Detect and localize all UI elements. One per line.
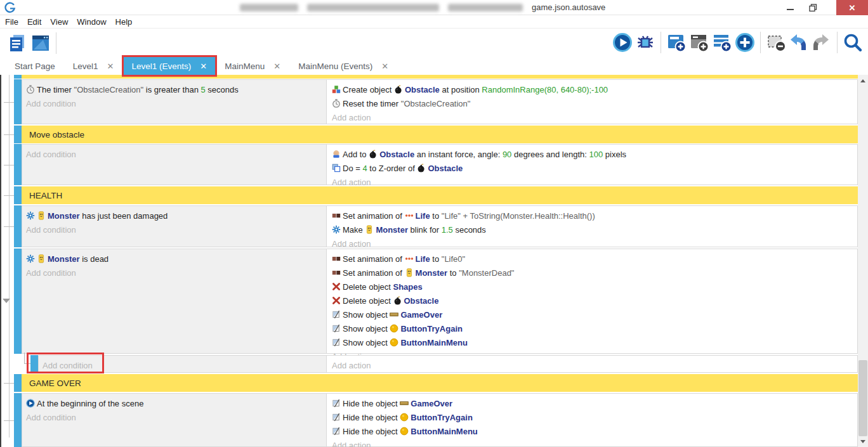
gdevelop-logo <box>4 2 16 13</box>
text-segment: Show object <box>343 338 390 347</box>
action-line[interactable]: Hide the object GameOver <box>332 396 853 410</box>
tab-mainmenu[interactable]: MainMenu✕ <box>216 57 289 75</box>
add-circle-icon[interactable] <box>735 32 755 53</box>
object-name: Monster <box>48 254 80 264</box>
minimize-button[interactable] <box>779 0 801 15</box>
object-name: Monster <box>416 268 448 278</box>
action-line[interactable]: Show object GameOver <box>332 308 853 321</box>
action-line[interactable]: Create object Obstacle at position Rando… <box>332 82 853 96</box>
visibility-icon <box>332 413 341 422</box>
toolbar-separator <box>661 32 661 53</box>
tab-level1-events[interactable]: Level1 (Events)✕ <box>124 57 216 75</box>
action-line[interactable]: Show object ButtonMainMenu <box>332 335 853 349</box>
menu-edit[interactable]: Edit <box>27 17 48 27</box>
comment-row[interactable]: HEALTH <box>22 186 858 204</box>
tab-mainmenu-events[interactable]: MainMenu (Events)✕ <box>290 57 397 75</box>
add-condition-button[interactable]: Add condition <box>26 223 322 236</box>
add-comment-icon[interactable] <box>712 32 732 53</box>
add-condition-button[interactable]: Add condition <box>26 147 322 161</box>
event-handle[interactable] <box>14 205 22 247</box>
action-line[interactable]: Set animation of Life to "Life" + ToStri… <box>332 209 853 223</box>
text-segment: Set animation of <box>343 268 405 278</box>
condition-line[interactable]: At the beginning of the scene <box>26 396 322 410</box>
event-handle[interactable] <box>14 393 22 447</box>
add-action-button[interactable]: Add action <box>332 110 853 124</box>
toolbar-right-group <box>611 32 864 53</box>
event-handle[interactable] <box>14 75 22 79</box>
add-subevent-icon[interactable] <box>689 32 709 53</box>
menu-window[interactable]: Window <box>77 17 113 27</box>
add-action-label: Add action <box>332 113 371 122</box>
gear-icon <box>26 211 35 220</box>
object-name: ButtonTryAgain <box>400 324 463 334</box>
event-handle[interactable] <box>30 355 38 373</box>
comment-row[interactable]: GAME OVER <box>22 374 858 392</box>
title-bar: game.json.autosave ✕ <box>0 0 868 15</box>
tab-label: Start Page <box>15 62 55 71</box>
play-icon[interactable] <box>612 32 633 53</box>
action-line[interactable]: Reset the timer "ObstacleCreation" <box>332 96 853 110</box>
event-handle[interactable] <box>14 186 22 204</box>
delete-icon <box>332 296 341 305</box>
tab-close-icon[interactable]: ✕ <box>381 62 388 71</box>
condition-line[interactable]: Monster has just been damaged <box>26 209 322 223</box>
scrollbar-up-icon[interactable] <box>858 75 868 86</box>
action-line[interactable]: Show object ButtonTryAgain <box>332 321 853 335</box>
action-line[interactable]: Set animation of Monster to "MonsterDead… <box>332 266 853 280</box>
add-condition-button[interactable]: Add condition <box>43 358 322 372</box>
condition-line[interactable]: The timer "ObstacleCreation" is greater … <box>26 82 322 96</box>
condition-line[interactable]: Monster is dead <box>26 252 322 266</box>
text-segment: 1.5 <box>442 225 453 235</box>
anim-icon <box>332 211 341 220</box>
scrollbar-down-icon[interactable] <box>858 436 868 446</box>
menu-view[interactable]: View <box>50 17 75 27</box>
gameover-icon <box>400 399 409 408</box>
remove-event-icon[interactable] <box>766 32 786 53</box>
undo-icon[interactable] <box>789 32 809 53</box>
object-name: Obstacle <box>379 150 414 159</box>
event-row: The timer "ObstacleCreation" is greater … <box>22 79 858 124</box>
redo-icon[interactable] <box>812 32 832 53</box>
scrollbar-thumb[interactable] <box>858 360 867 436</box>
action-line[interactable]: Add to Obstacle an instant force, angle:… <box>332 147 853 161</box>
add-condition-button[interactable]: Add condition <box>26 96 322 110</box>
action-line[interactable]: Delete object Obstacle <box>332 294 853 308</box>
action-line[interactable]: Do = 4 to Z-order of Obstacle <box>332 161 853 175</box>
scene-editor-icon[interactable] <box>30 33 51 53</box>
visibility-icon <box>332 399 341 408</box>
close-button[interactable]: ✕ <box>836 0 868 15</box>
tab-close-icon[interactable]: ✕ <box>107 62 114 71</box>
menu-help[interactable]: Help <box>115 17 140 27</box>
text-segment: 100 <box>589 150 603 159</box>
search-icon[interactable] <box>843 32 863 53</box>
comment-row[interactable] <box>22 75 858 79</box>
tree-tick <box>4 195 14 196</box>
add-action-button[interactable]: Add action <box>332 358 853 372</box>
event-handle[interactable] <box>14 374 22 392</box>
action-line[interactable]: Hide the object ButtonTryAgain <box>332 410 853 424</box>
tab-close-icon[interactable]: ✕ <box>273 62 280 71</box>
vertical-scrollbar[interactable] <box>858 75 868 447</box>
add-condition-label: Add condition <box>26 99 76 108</box>
debug-icon[interactable] <box>635 32 655 53</box>
event-handle[interactable] <box>14 126 22 143</box>
action-line[interactable]: Make Monster blink for 1.5 seconds <box>332 223 853 236</box>
fold-arrow-icon[interactable] <box>3 299 10 303</box>
add-condition-button[interactable]: Add condition <box>26 410 322 424</box>
restore-button[interactable] <box>801 0 825 15</box>
tab-start-page[interactable]: Start Page <box>6 57 63 75</box>
event-handle[interactable] <box>14 249 22 354</box>
tab-close-icon[interactable]: ✕ <box>200 62 207 71</box>
action-line[interactable]: Hide the object ButtonMainMenu <box>332 424 853 438</box>
tab-level1[interactable]: Level1✕ <box>65 57 122 75</box>
action-line[interactable]: Set animation of Life to "Life0" <box>332 252 853 266</box>
add-action-button[interactable]: Add action <box>332 438 853 447</box>
menu-file[interactable]: File <box>5 17 25 27</box>
event-handle[interactable] <box>14 144 22 185</box>
project-manager-icon[interactable] <box>8 33 28 53</box>
add-event-icon[interactable] <box>666 32 687 53</box>
action-line[interactable]: Delete object Shapes <box>332 280 853 294</box>
event-handle[interactable] <box>14 79 22 124</box>
add-condition-button[interactable]: Add condition <box>26 266 322 280</box>
comment-row[interactable]: Move obstacle <box>22 126 858 143</box>
